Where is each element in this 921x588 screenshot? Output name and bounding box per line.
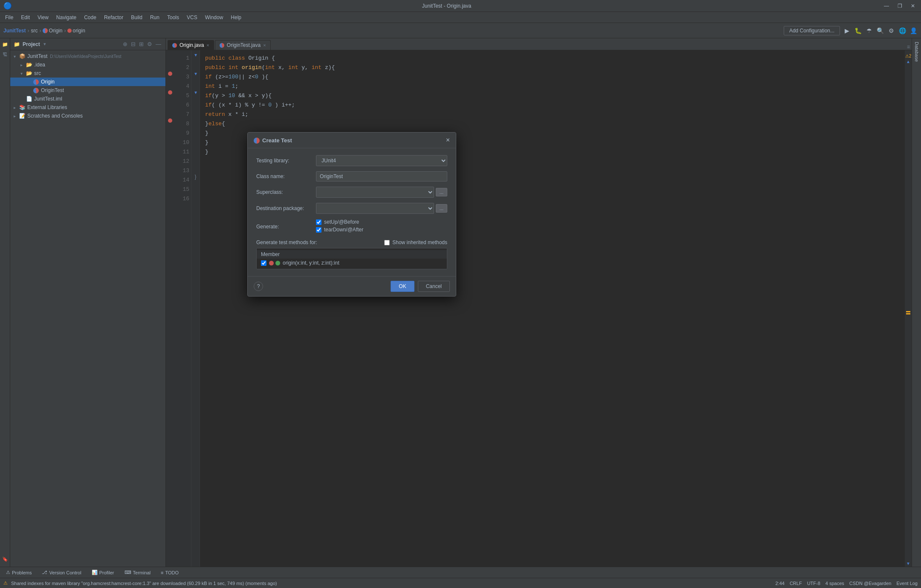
panel-dropdown-icon[interactable]: ▾ (43, 41, 46, 47)
bp-slot-10[interactable] (166, 135, 174, 144)
tab-origin[interactable]: Origin.java × (168, 40, 214, 50)
menu-edit[interactable]: Edit (17, 13, 33, 22)
teardown-checkbox[interactable] (316, 227, 321, 233)
superclass-browse-button[interactable]: ... (436, 188, 447, 196)
tab-origintest[interactable]: OriginTest.java × (215, 40, 271, 50)
menu-navigate[interactable]: Navigate (53, 13, 80, 22)
menu-build[interactable]: Build (127, 13, 146, 22)
superclass-select[interactable] (316, 187, 434, 198)
panel-filter-icon[interactable]: ⊞ (138, 40, 145, 48)
menu-help[interactable]: Help (227, 13, 245, 22)
menu-view[interactable]: View (34, 13, 52, 22)
status-line-sep[interactable]: CRLF (790, 581, 802, 586)
bp-slot-6[interactable] (166, 97, 174, 107)
breadcrumb-src[interactable]: src (31, 28, 38, 34)
status-indent[interactable]: 4 spaces (825, 581, 844, 586)
breadcrumb-project[interactable]: JunitTest (3, 28, 26, 34)
version-control-button[interactable]: ⎇ Version Control (39, 569, 84, 576)
fold-9[interactable] (191, 125, 200, 135)
user-icon[interactable]: 👤 (909, 26, 918, 35)
menu-file[interactable]: File (2, 13, 17, 22)
breadcrumb-origin[interactable]: Origin (43, 28, 62, 34)
destination-package-browse-button[interactable]: ... (436, 204, 447, 213)
problems-button[interactable]: ⚠ Problems (3, 569, 34, 576)
tabs-more-button[interactable]: ≡ (907, 44, 910, 50)
menu-window[interactable]: Window (202, 13, 227, 22)
panel-close-icon[interactable]: — (155, 40, 162, 48)
fold-14[interactable]: } (191, 172, 200, 182)
bp-slot-7[interactable] (166, 107, 174, 116)
bp-slot-15[interactable] (166, 182, 174, 191)
fold-2[interactable] (191, 60, 200, 69)
bp-slot-9[interactable] (166, 125, 174, 135)
bp-slot-12[interactable] (166, 153, 174, 163)
search-icon[interactable]: 🔍 (876, 26, 884, 35)
event-log-button[interactable]: Event Log (896, 581, 918, 586)
globe-icon[interactable]: 🌐 (898, 26, 907, 35)
code-content[interactable]: public class Origin { public int origin(… (200, 50, 905, 567)
fold-16[interactable] (191, 191, 200, 200)
bp-slot-1[interactable] (166, 50, 174, 60)
bp-slot-16[interactable] (166, 191, 174, 200)
minimize-button[interactable]: — (881, 2, 892, 10)
tree-item-extlibs[interactable]: ▸ 📚 External Libraries (10, 103, 165, 112)
help-button[interactable]: ? (254, 282, 263, 291)
maximize-button[interactable]: ❐ (895, 2, 905, 10)
fold-5[interactable]: ▾ (191, 88, 200, 97)
menu-refactor[interactable]: Refactor (101, 13, 127, 22)
destination-package-select[interactable] (316, 203, 434, 214)
terminal-button[interactable]: ⌨ Terminal (122, 569, 154, 576)
fold-6[interactable] (191, 97, 200, 107)
bp-slot-4[interactable] (166, 78, 174, 88)
ok-button[interactable]: OK (391, 281, 414, 292)
setup-checkbox[interactable] (316, 219, 321, 225)
menu-tools[interactable]: Tools (164, 13, 182, 22)
bp-slot-13[interactable] (166, 163, 174, 172)
panel-locate-icon[interactable]: ⊕ (122, 40, 128, 48)
bp-slot-14[interactable] (166, 172, 174, 182)
fold-13[interactable] (191, 163, 200, 172)
cancel-button[interactable]: Cancel (418, 281, 450, 292)
debug-icon[interactable]: 🐛 (854, 26, 862, 35)
bookmarks-sidebar-icon[interactable]: 🔖 (1, 555, 9, 563)
coverage-icon[interactable]: ☂ (865, 26, 873, 35)
bp-slot-2[interactable] (166, 60, 174, 69)
bp-slot-11[interactable] (166, 144, 174, 153)
tree-item-iml[interactable]: 📄 JunitTest.iml (10, 95, 165, 103)
method-row-origin[interactable]: origin(x:int, y:int, z:int):int (257, 259, 447, 267)
menu-code[interactable]: Code (81, 13, 100, 22)
add-config-button[interactable]: Add Configuration... (784, 26, 840, 35)
settings-icon[interactable]: ⚙ (887, 26, 895, 35)
fold-11[interactable] (191, 144, 200, 153)
menu-vcs[interactable]: VCS (183, 13, 201, 22)
dialog-close-button[interactable]: × (446, 137, 450, 144)
tree-item-origin[interactable]: Origin (10, 78, 165, 86)
bp-slot-3[interactable] (166, 69, 174, 78)
status-encoding[interactable]: UTF-8 (807, 581, 820, 586)
todo-button[interactable]: ≡ TODO (158, 569, 181, 576)
tab-origintest-close[interactable]: × (263, 43, 266, 48)
status-branch[interactable]: CSDN @Evagarden (849, 581, 892, 586)
structure-sidebar-icon[interactable]: 🏗 (1, 50, 9, 59)
database-panel-icon[interactable]: Database (914, 42, 919, 62)
show-inherited-checkbox[interactable] (384, 240, 390, 245)
tree-item-src[interactable]: ▾ 📂 src (10, 69, 165, 78)
fold-7[interactable] (191, 107, 200, 116)
fold-4[interactable] (191, 78, 200, 88)
fold-3[interactable]: ▾ (191, 69, 200, 78)
fold-1[interactable]: ▾ (191, 50, 200, 60)
menu-run[interactable]: Run (147, 13, 163, 22)
class-name-input[interactable] (316, 171, 447, 182)
fold-12[interactable] (191, 153, 200, 163)
tree-item-junitest[interactable]: ▾ 📦 JunitTest D:\Users\Violet\IdeaProjec… (10, 52, 165, 61)
run-icon[interactable]: ▶ (843, 26, 851, 35)
bp-slot-8[interactable] (166, 116, 174, 125)
fold-15[interactable] (191, 182, 200, 191)
tree-item-idea[interactable]: ▸ 📂 .idea (10, 61, 165, 69)
panel-collapse-icon[interactable]: ⊟ (130, 40, 136, 48)
method-origin-checkbox[interactable] (261, 260, 266, 266)
tab-origin-close[interactable]: × (206, 43, 209, 48)
fold-8[interactable] (191, 116, 200, 125)
tree-item-origintest[interactable]: OriginTest (10, 86, 165, 95)
status-position[interactable]: 2:44 (775, 581, 784, 586)
